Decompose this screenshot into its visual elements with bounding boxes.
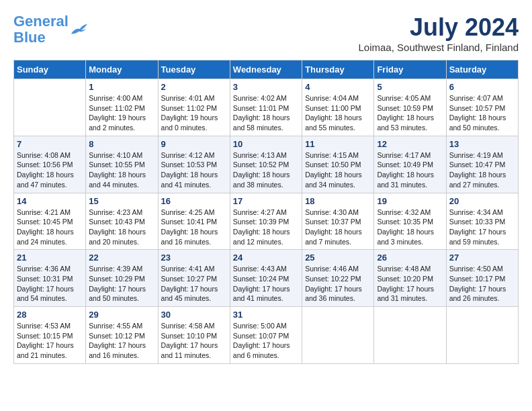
calendar-cell: 28Sunrise: 4:53 AM Sunset: 10:15 PM Dayl… [14, 307, 86, 364]
day-info: Sunrise: 4:25 AM Sunset: 10:41 PM Daylig… [161, 208, 227, 247]
day-number: 23 [161, 253, 227, 263]
calendar-cell: 29Sunrise: 4:55 AM Sunset: 10:12 PM Dayl… [86, 307, 158, 364]
calendar-cell: 7Sunrise: 4:08 AM Sunset: 10:56 PM Dayli… [14, 136, 86, 193]
day-number: 24 [233, 253, 299, 263]
day-number: 28 [17, 310, 83, 320]
day-info: Sunrise: 4:34 AM Sunset: 10:33 PM Daylig… [449, 208, 515, 247]
day-info: Sunrise: 4:50 AM Sunset: 10:17 PM Daylig… [449, 264, 515, 304]
calendar-cell [446, 307, 518, 364]
day-info: Sunrise: 4:58 AM Sunset: 10:10 PM Daylig… [161, 321, 227, 361]
day-number: 14 [17, 196, 83, 206]
day-number: 29 [89, 310, 154, 320]
calendar-cell: 24Sunrise: 4:43 AM Sunset: 10:24 PM Dayl… [230, 250, 302, 307]
page-header: General Blue July 2024 Loimaa, Southwest… [13, 13, 519, 53]
calendar-cell: 20Sunrise: 4:34 AM Sunset: 10:33 PM Dayl… [446, 193, 518, 250]
day-info: Sunrise: 4:08 AM Sunset: 10:56 PM Daylig… [17, 150, 83, 190]
title-section: July 2024 Loimaa, Southwest Finland, Fin… [359, 13, 519, 53]
day-number: 17 [233, 196, 299, 206]
weekday-header-saturday: Saturday [446, 60, 518, 79]
calendar-cell: 31Sunrise: 5:00 AM Sunset: 10:07 PM Dayl… [230, 307, 302, 364]
day-info: Sunrise: 4:53 AM Sunset: 10:15 PM Daylig… [17, 321, 83, 361]
calendar-cell: 5Sunrise: 4:05 AM Sunset: 10:59 PM Dayli… [374, 79, 446, 136]
day-info: Sunrise: 4:13 AM Sunset: 10:52 PM Daylig… [233, 150, 299, 190]
day-number: 11 [305, 139, 371, 149]
week-row-2: 7Sunrise: 4:08 AM Sunset: 10:56 PM Dayli… [14, 136, 519, 193]
day-info: Sunrise: 4:00 AM Sunset: 11:02 PM Daylig… [89, 93, 154, 133]
day-info: Sunrise: 4:01 AM Sunset: 11:02 PM Daylig… [161, 93, 227, 133]
day-number: 7 [17, 139, 83, 149]
day-number: 5 [377, 82, 443, 92]
calendar-cell: 14Sunrise: 4:21 AM Sunset: 10:45 PM Dayl… [14, 193, 86, 250]
weekday-header-friday: Friday [374, 60, 446, 79]
day-info: Sunrise: 4:41 AM Sunset: 10:27 PM Daylig… [161, 264, 227, 304]
day-info: Sunrise: 4:17 AM Sunset: 10:49 PM Daylig… [377, 150, 443, 190]
day-info: Sunrise: 4:46 AM Sunset: 10:22 PM Daylig… [305, 264, 371, 304]
calendar-cell: 22Sunrise: 4:39 AM Sunset: 10:29 PM Dayl… [86, 250, 158, 307]
day-info: Sunrise: 4:04 AM Sunset: 11:00 PM Daylig… [305, 93, 371, 133]
calendar-cell: 27Sunrise: 4:50 AM Sunset: 10:17 PM Dayl… [446, 250, 518, 307]
calendar-cell: 19Sunrise: 4:32 AM Sunset: 10:35 PM Dayl… [374, 193, 446, 250]
day-info: Sunrise: 4:05 AM Sunset: 10:59 PM Daylig… [377, 93, 443, 133]
day-info: Sunrise: 4:27 AM Sunset: 10:39 PM Daylig… [233, 208, 299, 247]
day-info: Sunrise: 4:55 AM Sunset: 10:12 PM Daylig… [89, 321, 154, 361]
weekday-header-monday: Monday [86, 60, 158, 79]
calendar-cell: 12Sunrise: 4:17 AM Sunset: 10:49 PM Dayl… [374, 136, 446, 193]
week-row-4: 21Sunrise: 4:36 AM Sunset: 10:31 PM Dayl… [14, 250, 519, 307]
calendar-cell: 9Sunrise: 4:12 AM Sunset: 10:53 PM Dayli… [158, 136, 230, 193]
day-number: 9 [161, 139, 227, 149]
calendar-cell [302, 307, 374, 364]
day-info: Sunrise: 4:36 AM Sunset: 10:31 PM Daylig… [17, 264, 83, 304]
day-info: Sunrise: 4:02 AM Sunset: 11:01 PM Daylig… [233, 93, 299, 133]
day-info: Sunrise: 4:39 AM Sunset: 10:29 PM Daylig… [89, 264, 154, 304]
weekday-header-thursday: Thursday [302, 60, 374, 79]
calendar-cell: 18Sunrise: 4:30 AM Sunset: 10:37 PM Dayl… [302, 193, 374, 250]
logo-text: General Blue [13, 13, 69, 46]
day-number: 4 [305, 82, 371, 92]
day-info: Sunrise: 4:21 AM Sunset: 10:45 PM Daylig… [17, 208, 83, 247]
calendar-cell: 6Sunrise: 4:07 AM Sunset: 10:57 PM Dayli… [446, 79, 518, 136]
logo-bird-icon [70, 22, 89, 37]
day-number: 6 [449, 82, 515, 92]
day-info: Sunrise: 4:07 AM Sunset: 10:57 PM Daylig… [449, 93, 515, 133]
location-text: Loimaa, Southwest Finland, Finland [359, 42, 519, 53]
calendar-cell [14, 79, 86, 136]
day-number: 18 [305, 196, 371, 206]
day-info: Sunrise: 4:32 AM Sunset: 10:35 PM Daylig… [377, 208, 443, 247]
day-number: 8 [89, 139, 154, 149]
weekday-header-wednesday: Wednesday [230, 60, 302, 79]
calendar-cell: 30Sunrise: 4:58 AM Sunset: 10:10 PM Dayl… [158, 307, 230, 364]
calendar-table: SundayMondayTuesdayWednesdayThursdayFrid… [13, 60, 519, 364]
day-info: Sunrise: 4:30 AM Sunset: 10:37 PM Daylig… [305, 208, 371, 247]
weekday-header-row: SundayMondayTuesdayWednesdayThursdayFrid… [14, 60, 519, 79]
day-number: 1 [89, 82, 154, 92]
weekday-header-tuesday: Tuesday [158, 60, 230, 79]
calendar-cell: 13Sunrise: 4:19 AM Sunset: 10:47 PM Dayl… [446, 136, 518, 193]
day-number: 3 [233, 82, 299, 92]
day-info: Sunrise: 4:10 AM Sunset: 10:55 PM Daylig… [89, 150, 154, 190]
day-number: 31 [233, 310, 299, 320]
day-info: Sunrise: 4:48 AM Sunset: 10:20 PM Daylig… [377, 264, 443, 304]
day-number: 26 [377, 253, 443, 263]
calendar-cell: 25Sunrise: 4:46 AM Sunset: 10:22 PM Dayl… [302, 250, 374, 307]
calendar-cell [374, 307, 446, 364]
calendar-cell: 3Sunrise: 4:02 AM Sunset: 11:01 PM Dayli… [230, 79, 302, 136]
day-number: 22 [89, 253, 154, 263]
calendar-cell: 2Sunrise: 4:01 AM Sunset: 11:02 PM Dayli… [158, 79, 230, 136]
logo: General Blue [13, 13, 89, 46]
calendar-cell: 21Sunrise: 4:36 AM Sunset: 10:31 PM Dayl… [14, 250, 86, 307]
calendar-cell: 15Sunrise: 4:23 AM Sunset: 10:43 PM Dayl… [86, 193, 158, 250]
day-number: 2 [161, 82, 227, 92]
day-number: 27 [449, 253, 515, 263]
calendar-cell: 1Sunrise: 4:00 AM Sunset: 11:02 PM Dayli… [86, 79, 158, 136]
day-number: 12 [377, 139, 443, 149]
day-info: Sunrise: 4:19 AM Sunset: 10:47 PM Daylig… [449, 150, 515, 190]
day-number: 25 [305, 253, 371, 263]
week-row-5: 28Sunrise: 4:53 AM Sunset: 10:15 PM Dayl… [14, 307, 519, 364]
calendar-cell: 11Sunrise: 4:15 AM Sunset: 10:50 PM Dayl… [302, 136, 374, 193]
day-number: 10 [233, 139, 299, 149]
day-number: 15 [89, 196, 154, 206]
month-title: July 2024 [359, 13, 519, 42]
week-row-3: 14Sunrise: 4:21 AM Sunset: 10:45 PM Dayl… [14, 193, 519, 250]
day-info: Sunrise: 5:00 AM Sunset: 10:07 PM Daylig… [233, 321, 299, 361]
day-number: 16 [161, 196, 227, 206]
